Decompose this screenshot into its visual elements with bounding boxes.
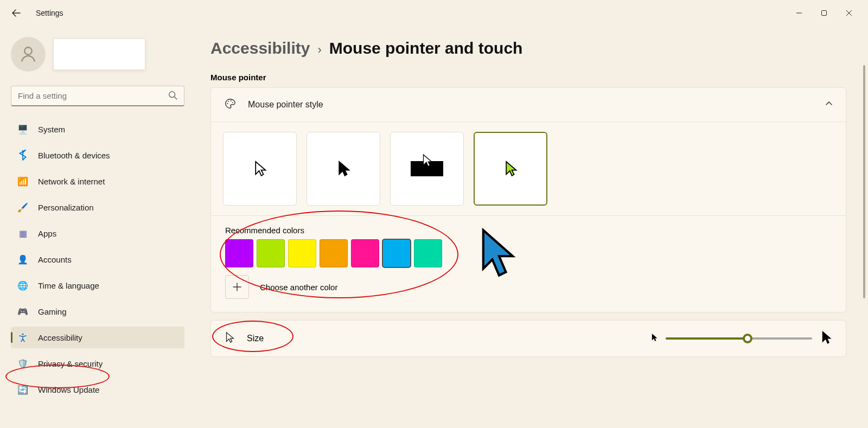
choose-color-button[interactable] xyxy=(225,275,249,299)
pointer-style-custom[interactable] xyxy=(474,132,547,206)
scrollbar-vertical[interactable] xyxy=(860,26,868,427)
sidebar-item-personalization[interactable]: 🖌️Personalization xyxy=(11,196,184,218)
user-row xyxy=(11,37,184,72)
chevron-right-icon: › xyxy=(317,43,321,57)
sidebar-item-label: System xyxy=(38,125,65,134)
svg-point-3 xyxy=(22,334,24,335)
app-title: Settings xyxy=(36,9,63,17)
color-swatch[interactable] xyxy=(320,239,348,267)
palette-icon xyxy=(224,98,236,112)
search-icon xyxy=(168,91,178,103)
sidebar-item-label: Privacy & security xyxy=(38,359,103,368)
breadcrumb-parent[interactable]: Accessibility xyxy=(210,39,310,58)
nav-icon: 🖥️ xyxy=(17,124,28,135)
nav-icon: 🌐 xyxy=(17,280,28,291)
color-block: Recommended colors Choose another color xyxy=(211,215,846,312)
sidebar-item-label: Accounts xyxy=(38,255,72,264)
color-swatches xyxy=(225,239,442,267)
color-swatch[interactable] xyxy=(288,239,316,267)
pointer-style-options xyxy=(211,122,846,215)
nav-icon xyxy=(17,332,28,343)
pointer-style-white[interactable] xyxy=(223,132,297,206)
back-button[interactable] xyxy=(7,3,26,23)
chevron-up-icon xyxy=(825,100,833,110)
sidebar-item-accessibility[interactable]: Accessibility xyxy=(11,327,184,348)
arrow-left-icon xyxy=(12,9,21,17)
sidebar-item-system[interactable]: 🖥️System xyxy=(11,118,184,140)
choose-color-label: Choose another color xyxy=(260,283,337,292)
sidebar-item-gaming[interactable]: 🎮Gaming xyxy=(11,301,184,322)
sidebar-item-apps[interactable]: ▦Apps xyxy=(11,222,184,244)
nav-icon: 🎮 xyxy=(17,306,28,317)
nav-icon: 🛡️ xyxy=(17,358,28,369)
size-slider[interactable] xyxy=(666,337,812,340)
svg-point-4 xyxy=(227,103,228,104)
pointer-style-black[interactable] xyxy=(307,132,380,206)
pointer-style-card: Mouse pointer style Recommended colors C… xyxy=(210,87,846,312)
color-swatch[interactable] xyxy=(257,239,285,267)
minimize-button[interactable] xyxy=(787,3,812,23)
nav-list: 🖥️SystemBluetooth & devices📶Network & in… xyxy=(11,118,184,405)
size-card: Size xyxy=(210,320,846,357)
search-input[interactable] xyxy=(11,86,184,106)
sidebar-item-windows-update[interactable]: 🔄Windows Update xyxy=(11,379,184,400)
size-slider-wrap xyxy=(650,329,833,348)
cursor-icon xyxy=(224,331,235,346)
cursor-icon xyxy=(475,226,524,280)
nav-icon: 🔄 xyxy=(17,384,28,395)
svg-point-1 xyxy=(24,47,32,55)
svg-point-7 xyxy=(232,102,233,103)
sidebar: 🖥️SystemBluetooth & devices📶Network & in… xyxy=(0,26,195,428)
scrollbar-thumb[interactable] xyxy=(863,65,865,298)
nav-icon: 🖌️ xyxy=(17,202,28,213)
sidebar-item-label: Accessibility xyxy=(38,333,82,342)
sidebar-item-label: Windows Update xyxy=(38,385,99,394)
sidebar-item-label: Personalization xyxy=(38,203,94,212)
size-label: Size xyxy=(247,334,264,343)
sidebar-item-label: Gaming xyxy=(38,307,67,316)
main-content: Accessibility › Mouse pointer and touch … xyxy=(195,26,868,428)
search-box xyxy=(11,86,184,106)
user-info-card[interactable] xyxy=(53,39,145,70)
section-label: Mouse pointer xyxy=(210,73,846,82)
nav-icon xyxy=(17,150,28,161)
sidebar-item-privacy-security[interactable]: 🛡️Privacy & security xyxy=(11,353,184,374)
close-button[interactable] xyxy=(837,3,861,23)
color-swatch[interactable] xyxy=(225,239,253,267)
cursor-small-icon xyxy=(650,333,658,344)
nav-icon: 📶 xyxy=(17,176,28,187)
page-title: Mouse pointer and touch xyxy=(329,39,523,58)
plus-icon xyxy=(232,282,242,292)
breadcrumb: Accessibility › Mouse pointer and touch xyxy=(210,39,846,58)
pointer-preview xyxy=(475,226,524,282)
sidebar-item-accounts[interactable]: 👤Accounts xyxy=(11,248,184,270)
pointer-style-inverted[interactable] xyxy=(390,132,464,206)
cursor-large-icon xyxy=(820,329,833,348)
nav-icon: ▦ xyxy=(17,228,28,239)
svg-point-6 xyxy=(231,100,232,101)
person-icon xyxy=(18,44,38,64)
svg-point-5 xyxy=(228,101,229,102)
svg-point-2 xyxy=(169,92,175,98)
color-swatch[interactable] xyxy=(351,239,379,267)
color-swatch[interactable] xyxy=(382,239,411,267)
sidebar-item-bluetooth-devices[interactable]: Bluetooth & devices xyxy=(11,144,184,166)
slider-thumb[interactable] xyxy=(743,334,752,343)
window-controls xyxy=(787,3,861,23)
sidebar-item-label: Time & language xyxy=(38,281,99,290)
sidebar-item-network-internet[interactable]: 📶Network & internet xyxy=(11,170,184,192)
sidebar-item-label: Apps xyxy=(38,229,56,238)
color-swatch[interactable] xyxy=(414,239,442,267)
sidebar-item-time-language[interactable]: 🌐Time & language xyxy=(11,274,184,296)
maximize-button[interactable] xyxy=(812,3,837,23)
svg-rect-0 xyxy=(822,11,827,16)
recommended-colors-label: Recommended colors xyxy=(225,226,442,235)
nav-icon: 👤 xyxy=(17,254,28,265)
sidebar-item-label: Bluetooth & devices xyxy=(38,151,110,160)
avatar[interactable] xyxy=(11,37,46,72)
pointer-style-title: Mouse pointer style xyxy=(248,100,323,110)
pointer-style-header[interactable]: Mouse pointer style xyxy=(211,88,846,122)
titlebar: Settings xyxy=(0,0,868,26)
sidebar-item-label: Network & internet xyxy=(38,177,105,186)
